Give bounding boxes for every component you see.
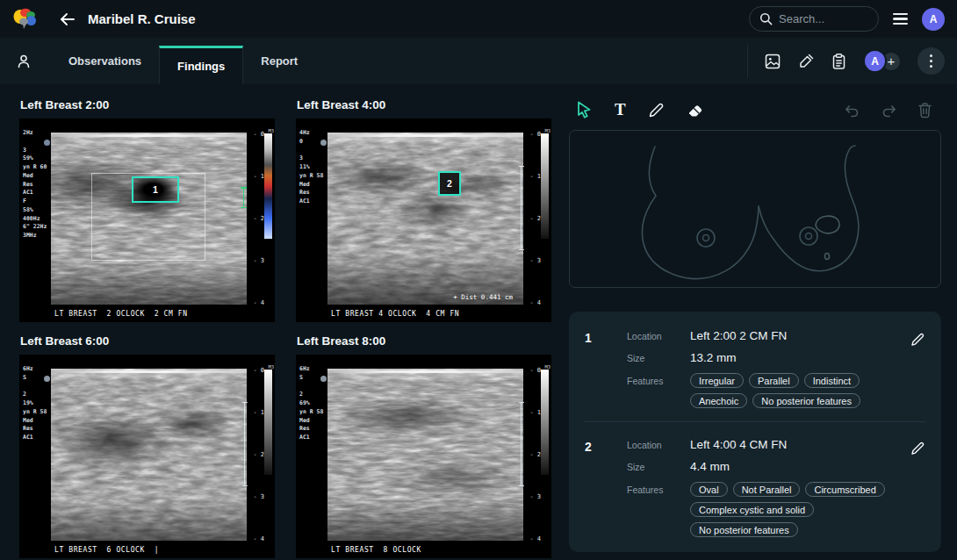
feature-chip[interactable]: Oval — [690, 482, 728, 497]
text-tool[interactable]: T — [615, 100, 626, 119]
depth-tick: -4 — [245, 299, 264, 306]
depth-tick: -4 — [522, 535, 541, 542]
tab-report[interactable]: Report — [243, 38, 315, 84]
scan-parameters: 4Hz 0 3 11% yn R 58 Med Res AC1 — [299, 129, 328, 206]
search-input[interactable] — [779, 12, 868, 25]
depth-tick: -4 — [522, 299, 541, 306]
breast-diagram-canvas[interactable] — [569, 130, 941, 288]
feature-chip[interactable]: No posterior features — [752, 393, 860, 408]
feature-chip[interactable]: Anechoic — [690, 393, 747, 408]
location-label: Location — [627, 440, 678, 450]
feature-chip[interactable]: Complex cystic and solid — [690, 502, 814, 517]
depth-tick: -0 — [522, 367, 541, 374]
grayscale-colorbar — [264, 370, 272, 475]
ultrasound-tile-left-breast-8: Left Breast 8:00 6Hz S 2 69% yn R 58 Med… — [296, 326, 551, 558]
elastography-colorbar — [264, 133, 272, 239]
add-image-button[interactable] — [764, 53, 781, 70]
depth-tick: -1 — [245, 173, 264, 180]
finding-number: 2 — [585, 438, 622, 537]
tab-findings[interactable]: Findings — [159, 46, 243, 84]
feature-chip[interactable]: Circumscribed — [805, 482, 884, 497]
scan-annotation-text: LT BREAST 2 OCLOCK 2 CM FN — [54, 310, 188, 318]
annotate-brush-button[interactable] — [797, 53, 815, 70]
collaborator-avatar[interactable]: A — [863, 49, 887, 73]
depth-tick: -2 — [522, 451, 541, 458]
select-cursor-tool[interactable] — [576, 101, 593, 118]
ultrasound-image[interactable]: 4Hz 0 3 11% yn R 58 Med Res AC1 2 -0-1-2… — [296, 118, 551, 322]
menu-hamburger-icon[interactable] — [891, 10, 910, 29]
feature-chip[interactable]: Parallel — [749, 373, 799, 388]
depth-tick: -0 — [245, 131, 264, 138]
ultrasound-grid: Left Breast 2:00 2Hz 3 59% yn R 60 Med R… — [19, 90, 551, 558]
depth-tick: -1 — [522, 409, 541, 416]
depth-tick: -4 — [245, 535, 264, 542]
finding-row-1[interactable]: 1 Location Left 2:00 2 CM FN Size 13.2 m… — [585, 313, 925, 421]
size-label: Size — [627, 462, 678, 472]
patient-profile-icon[interactable] — [16, 38, 32, 84]
ultrasound-image[interactable]: 6Hz S 2 69% yn R 58 Med Res AC1 -0-1-2-3… — [296, 355, 551, 558]
tile-title: Left Breast 4:00 — [297, 98, 551, 111]
ultrasound-tile-left-breast-6: Left Breast 6:00 6Hz S 2 19% yn R 58 Med… — [19, 326, 275, 558]
pencil-tool[interactable] — [648, 102, 665, 118]
back-arrow-icon[interactable] — [60, 12, 76, 26]
tab-strip: Observations Findings Report A + — [0, 38, 957, 84]
feature-chip-list: OvalNot ParallelCircumscribedComplex cys… — [690, 482, 896, 537]
scan-parameters: 6Hz S 2 19% yn R 58 Med Res AC1 — [23, 365, 52, 442]
finding-row-2[interactable]: 2 Location Left 4:00 4 CM FN Size 4.4 mm… — [585, 421, 925, 550]
lesion-outline — [816, 216, 839, 233]
depth-tick: -1 — [245, 409, 264, 416]
tile-title: Left Breast 6:00 — [20, 334, 275, 348]
ultrasound-image[interactable]: 2Hz 3 59% yn R 60 Med Res AC1 F 58% 400H… — [19, 118, 275, 322]
ultrasound-tile-left-breast-2: Left Breast 2:00 2Hz 3 59% yn R 60 Med R… — [19, 90, 275, 322]
feature-chip-list: IrregularParallelIndistinctAnechoicNo po… — [690, 373, 896, 408]
grayscale-colorbar — [541, 370, 549, 475]
feature-chip[interactable]: No posterior features — [690, 522, 798, 537]
history-controls — [844, 102, 936, 118]
feature-chip[interactable]: Not Parallel — [733, 482, 801, 497]
tile-title: Left Breast 2:00 — [20, 98, 275, 111]
finding-marker-box-1[interactable]: 1 — [132, 176, 179, 203]
ultrasound-scan-area — [327, 369, 523, 541]
distance-measurement-label: + Dist 0.441 cm — [453, 293, 513, 301]
redo-icon[interactable] — [881, 103, 897, 118]
edit-finding-button[interactable] — [901, 329, 925, 408]
finding-number: 1 — [585, 329, 622, 408]
location-label: Location — [627, 331, 678, 341]
report-clipboard-button[interactable] — [831, 53, 847, 70]
depth-ruler: -0-1-2-3-4 — [522, 367, 541, 542]
tab-observations[interactable]: Observations — [51, 38, 159, 84]
ultrasound-scan-area — [327, 133, 523, 305]
patient-name: Maribel R. Cruise — [88, 11, 196, 26]
finding-location: Left 2:00 2 CM FN — [690, 329, 896, 342]
depth-tick: -2 — [245, 215, 264, 222]
user-avatar[interactable]: A — [922, 8, 945, 31]
more-options-button[interactable] — [917, 47, 945, 75]
eraser-tool[interactable] — [687, 102, 704, 118]
feature-chip[interactable]: Irregular — [690, 373, 744, 388]
search-icon — [759, 12, 773, 25]
finding-size: 4.4 mm — [690, 460, 896, 473]
depth-tick: -2 — [522, 215, 541, 222]
finding-marker-box-2[interactable]: 2 — [438, 171, 461, 196]
annotation-toolbar: T — [569, 90, 941, 130]
size-label: Size — [627, 353, 678, 363]
depth-tick: -3 — [245, 257, 264, 264]
collaborators-group[interactable]: A + — [863, 49, 902, 73]
depth-ruler: -0-1-2-3-4 — [522, 131, 541, 306]
search-box[interactable] — [749, 6, 879, 32]
feature-chip[interactable]: Indistinct — [804, 373, 860, 388]
undo-icon[interactable] — [844, 103, 860, 118]
ultrasound-scan-area — [51, 369, 247, 541]
depth-tick: -2 — [245, 451, 264, 458]
ultrasound-image[interactable]: 6Hz S 2 19% yn R 58 Med Res AC1 -0-1-2-3… — [19, 355, 275, 558]
edit-finding-button[interactable] — [901, 438, 925, 537]
scan-annotation-text: LT BREAST 8 OCLOCK — [331, 546, 421, 554]
main-content: Left Breast 2:00 2Hz 3 59% yn R 60 Med R… — [0, 84, 957, 558]
depth-tick: -3 — [522, 257, 541, 264]
delete-trash-icon[interactable] — [917, 102, 932, 118]
scan-parameters: 2Hz 3 59% yn R 60 Med Res AC1 F 58% 400H… — [23, 129, 52, 241]
depth-tick: -3 — [522, 493, 541, 500]
scan-annotation-text: LT BREAST 6 OCLOCK | — [54, 546, 159, 554]
depth-tick: -3 — [245, 493, 264, 500]
findings-panel: T — [569, 90, 941, 558]
